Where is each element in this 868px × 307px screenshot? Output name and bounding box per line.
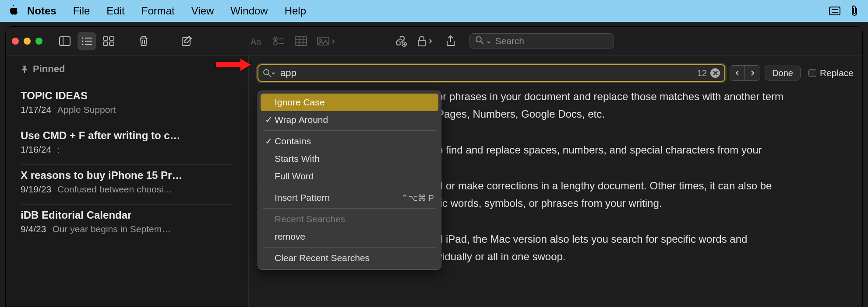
paperclip-icon[interactable]	[849, 6, 861, 16]
search-placeholder: Search	[495, 36, 524, 46]
note-title: iDB Editorial Calendar	[21, 209, 233, 221]
find-count: 12	[697, 68, 707, 78]
compose-icon[interactable]	[178, 32, 196, 50]
menu-file[interactable]: File	[73, 5, 90, 17]
replace-checkbox[interactable]: Replace	[808, 68, 854, 78]
notes-search[interactable]: Search	[469, 33, 614, 49]
svg-rect-12	[109, 37, 114, 40]
find-next-button[interactable]	[745, 66, 760, 80]
menu-recent-item[interactable]: remove	[261, 228, 438, 245]
menu-recent-header: Recent Searches	[261, 210, 438, 228]
find-prev-button[interactable]	[730, 66, 745, 80]
note-item[interactable]: TOPIC IDEAS 1/17/24Apple Support	[21, 85, 233, 125]
note-item[interactable]: iDB Editorial Calendar 9/4/23Our year be…	[21, 205, 233, 244]
checkbox-icon	[808, 69, 816, 77]
svg-point-32	[476, 37, 481, 42]
menu-contains[interactable]: ✓Contains	[261, 133, 438, 150]
apple-icon[interactable]	[7, 4, 18, 18]
menu-ignore-case[interactable]: Ignore Case	[261, 94, 438, 111]
toolbar: Aa Search	[6, 27, 862, 56]
svg-text:Aa: Aa	[251, 37, 261, 46]
find-options-icon[interactable]	[263, 69, 276, 77]
keyboard-viewer-icon[interactable]	[829, 6, 841, 16]
svg-point-27	[320, 39, 321, 41]
find-done-button[interactable]: Done	[765, 66, 801, 80]
menu-format[interactable]: Format	[141, 5, 175, 17]
note-title: X reasons to buy iPhone 15 Pr…	[21, 169, 233, 181]
find-field[interactable]: 12 ✕	[258, 64, 725, 82]
menu-full-word[interactable]: Full Word	[261, 167, 438, 185]
sidebar: Pinned TOPIC IDEAS 1/17/24Apple Support …	[6, 56, 249, 307]
svg-line-33	[481, 42, 483, 44]
svg-point-7	[82, 40, 84, 42]
note-body[interactable]: or phrases in your document and replace …	[437, 88, 854, 265]
zoom-window-button[interactable]	[35, 38, 42, 45]
search-icon	[475, 36, 491, 46]
clear-find-icon[interactable]: ✕	[710, 68, 720, 78]
checklist-icon[interactable]	[270, 32, 288, 50]
menu-wrap-around[interactable]: ✓Wrap Around	[261, 111, 438, 129]
svg-point-9	[82, 43, 84, 45]
text-style-icon[interactable]: Aa	[248, 32, 266, 50]
svg-rect-21	[295, 37, 307, 45]
note-item[interactable]: Use CMD + F after writing to c… 1/16/24:	[21, 125, 233, 165]
pinned-header: Pinned	[21, 63, 233, 75]
svg-point-19	[274, 42, 277, 45]
link-icon[interactable]	[392, 32, 410, 50]
menu-help[interactable]: Help	[285, 5, 306, 17]
pin-icon	[21, 65, 28, 73]
menu-view[interactable]: View	[191, 5, 214, 17]
lock-icon[interactable]	[413, 32, 438, 50]
note-item[interactable]: X reasons to buy iPhone 15 Pr… 9/19/23Co…	[21, 165, 233, 205]
editor: 12 ✕ Done Replace Ignore Case ✓Wrap Arou…	[249, 56, 862, 307]
find-bar: 12 ✕ Done Replace Ignore Case ✓Wrap Arou…	[258, 64, 854, 82]
svg-rect-11	[103, 37, 108, 40]
svg-rect-13	[103, 42, 108, 45]
sidebar-toggle-icon[interactable]	[56, 32, 74, 50]
find-nav	[730, 65, 760, 81]
svg-rect-14	[109, 42, 114, 45]
menu-window[interactable]: Window	[230, 5, 268, 17]
menubar: Notes File Edit Format View Window Help	[0, 0, 868, 22]
share-icon[interactable]	[441, 32, 460, 50]
gallery-view-icon[interactable]	[99, 32, 118, 50]
notes-window: Aa Search	[5, 26, 863, 307]
menu-clear-recent[interactable]: Clear Recent Searches	[261, 249, 438, 267]
menu-edit[interactable]: Edit	[106, 5, 124, 17]
traffic-lights	[12, 38, 42, 45]
svg-rect-3	[60, 37, 70, 45]
list-view-icon[interactable]	[78, 32, 96, 50]
table-icon[interactable]	[292, 32, 310, 50]
svg-rect-31	[418, 40, 425, 46]
svg-point-5	[82, 37, 84, 38]
note-title: Use CMD + F after writing to c…	[21, 129, 233, 142]
svg-rect-0	[829, 7, 840, 15]
find-options-menu: Ignore Case ✓Wrap Around ✓Contains Start…	[258, 91, 441, 270]
find-input[interactable]	[280, 67, 697, 79]
menu-insert-pattern[interactable]: Insert Pattern⌃⌥⌘ P	[261, 189, 438, 206]
minimize-window-button[interactable]	[24, 38, 31, 45]
close-window-button[interactable]	[12, 38, 19, 45]
menu-starts-with[interactable]: Starts With	[261, 150, 438, 167]
menu-app[interactable]: Notes	[27, 5, 56, 17]
note-title: TOPIC IDEAS	[21, 90, 233, 102]
svg-point-37	[264, 70, 269, 75]
media-icon[interactable]	[314, 32, 340, 50]
trash-icon[interactable]	[134, 32, 153, 50]
